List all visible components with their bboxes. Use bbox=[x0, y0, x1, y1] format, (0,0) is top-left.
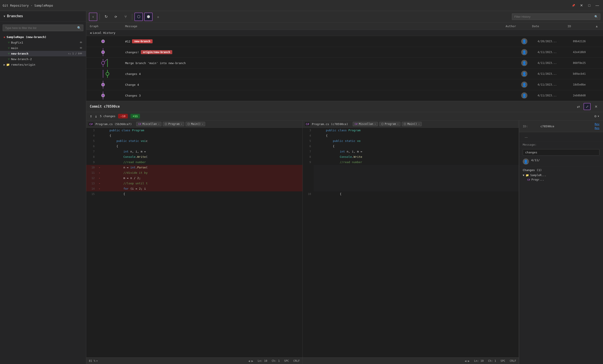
left-diff-header: C# Program.cs (5b368ca7) C# Miscellan ▾ … bbox=[86, 120, 302, 128]
date-cell: 4/11/2023... bbox=[538, 72, 573, 75]
pull-button[interactable]: ⑂ bbox=[121, 12, 130, 21]
right-method-breadcrumb[interactable]: ⬡ Main() ▾ bbox=[402, 122, 421, 126]
branch-new-branch[interactable]: ⑂ new-branch ↑↓ 1 / 0 👁 bbox=[0, 51, 86, 56]
history-row[interactable]: #12 new-branch 👤 4/20/2023... 09b42126 bbox=[86, 36, 603, 47]
breadcrumb-cs-icon-r: C# bbox=[355, 123, 358, 125]
filter-history-box[interactable]: 🔍 bbox=[512, 13, 600, 20]
remotes-origin[interactable]: ▶ 📁 remotes/origin bbox=[0, 62, 86, 68]
zoom-control[interactable]: 81 % ▾ bbox=[89, 359, 98, 363]
id-label: ID: bbox=[523, 125, 538, 128]
msg-cell: #12 new-branch bbox=[125, 39, 511, 43]
history-panel: Graph Message Author Date ID ▲ ◀ Local H… bbox=[86, 23, 603, 101]
ellipsis-icon: ... bbox=[525, 135, 528, 138]
close-button[interactable]: ✕ bbox=[578, 2, 584, 9]
scroll-right-btn[interactable]: ▶ bbox=[468, 359, 469, 363]
graph2-button[interactable]: ⬢ bbox=[144, 12, 152, 21]
commit-detail: Commit c78590ce ⇄ ⤢ ✕ ↑ ↓ 5 changes -10 … bbox=[86, 101, 603, 364]
filter-history-input[interactable] bbox=[514, 15, 594, 18]
changes-tree-label: Changes (1) bbox=[523, 168, 600, 172]
eol-value: CRLF bbox=[293, 359, 300, 363]
prev-change-button[interactable]: ↑ bbox=[90, 114, 92, 118]
branch-main[interactable]: ⑂ main 👁 bbox=[0, 45, 86, 51]
rev-links: Rev Res bbox=[595, 123, 600, 130]
csharp-icon-right: C# bbox=[305, 122, 310, 126]
code-line-dimmed bbox=[303, 165, 519, 170]
history-row[interactable]: Merge branch 'main' into new-branch 👤 4/… bbox=[86, 58, 603, 68]
scroll-horiz-left: ◀ ▶ bbox=[248, 359, 253, 363]
branch-new-branch-2[interactable]: ⑂ New-branch-2 bbox=[0, 56, 86, 62]
id-cell: 18d5e0be bbox=[573, 83, 600, 86]
eol-info: CRLF bbox=[293, 359, 300, 363]
toolbar-separator bbox=[100, 14, 100, 20]
history-row[interactable]: changes 4 👤 4/11/2023... b89acb41 bbox=[86, 68, 603, 79]
code-line: 8 Console.Write( bbox=[86, 154, 302, 159]
refresh-button[interactable]: ↻ bbox=[102, 12, 110, 21]
fetch-button[interactable]: ⟳ bbox=[112, 12, 120, 21]
class-breadcrumb[interactable]: ⬡ Program ▾ bbox=[163, 122, 184, 126]
revert-link[interactable]: Rev bbox=[595, 123, 600, 126]
local-history-chevron: ◀ bbox=[90, 31, 92, 34]
namespace-breadcrumb[interactable]: C# Miscellan ▾ bbox=[136, 122, 162, 126]
msg-cell: changes 4 bbox=[125, 72, 511, 76]
reset-link[interactable]: Res bbox=[595, 127, 600, 130]
code-line: 3 public class Program bbox=[86, 128, 302, 133]
ch-info-right: Ch: 1 bbox=[488, 359, 496, 363]
window-title: Git Repository - SampleRepo bbox=[3, 4, 53, 7]
maximize-button[interactable]: □ bbox=[586, 2, 592, 9]
right-namespace-breadcrumb[interactable]: C# Miscellan ▾ bbox=[353, 122, 378, 126]
folder-chevron: ▼ bbox=[523, 174, 524, 177]
minimize-button[interactable]: — bbox=[594, 2, 600, 9]
commit-message: #12 bbox=[125, 40, 130, 43]
scroll-left-btn[interactable]: ◀ bbox=[464, 359, 466, 363]
expand-button[interactable]: ⤢ bbox=[583, 103, 591, 110]
code-line-removed: 11 - //divide it by bbox=[86, 170, 302, 175]
branch-bugfix1[interactable]: ⑂ BugFix1 👁 bbox=[0, 40, 86, 45]
pin-button[interactable]: 📌 bbox=[570, 2, 577, 9]
branch-search-box[interactable]: 🔍 bbox=[3, 24, 83, 31]
branch-icon: ⑂ bbox=[8, 52, 10, 55]
right-diff-code[interactable]: 3 public class Program 4 { bbox=[303, 128, 519, 357]
right-file-name: Program.cs (c78590ce) bbox=[312, 123, 348, 126]
close-detail-button[interactable]: ✕ bbox=[592, 103, 600, 110]
branch-search-input[interactable] bbox=[5, 26, 77, 30]
col-date-header: Date bbox=[532, 24, 568, 28]
scroll-up-button[interactable]: ▲ bbox=[594, 24, 600, 28]
code-line: 8 Console.Write bbox=[303, 154, 519, 159]
scroll-right-button[interactable]: ▶ bbox=[251, 359, 253, 363]
graph1-button[interactable]: ⬡ bbox=[134, 12, 143, 21]
ch-right-value: Ch: 1 bbox=[488, 359, 496, 363]
repo-root-item[interactable]: ◆ SampleRepo (new-branch) bbox=[0, 34, 86, 40]
left-diff-panel: C# Program.cs (5b368ca7) C# Miscellan ▾ … bbox=[86, 120, 303, 364]
repo-icon: ◆ bbox=[3, 35, 5, 39]
branches-label: Branches bbox=[7, 14, 23, 18]
avatar: 👤 bbox=[521, 38, 527, 45]
enc-info-right: SPC bbox=[500, 359, 505, 363]
next-change-button[interactable]: ↓ bbox=[95, 114, 97, 118]
history-row[interactable]: Changes 3 👤 4/11/2023... 2eb8b8d8 bbox=[86, 90, 603, 101]
breadcrumb-chevron: ▾ bbox=[202, 123, 203, 125]
local-history-header[interactable]: ◀ Local History bbox=[86, 30, 603, 36]
breadcrumb-method-icon: ⬡ bbox=[187, 123, 190, 125]
branches-chevron: ▼ bbox=[3, 15, 5, 18]
more-options-button[interactable]: ... bbox=[523, 133, 530, 140]
back-button[interactable]: ‹ bbox=[89, 12, 97, 21]
breadcrumb-method-icon-r: ⬡ bbox=[404, 123, 406, 125]
inline-diff-button[interactable]: ⇄ bbox=[575, 103, 582, 110]
code-line-removed: 13 - //loop until t bbox=[86, 181, 302, 186]
right-class-breadcrumb[interactable]: ⬡ Program ▾ bbox=[379, 122, 401, 126]
zoom-chevron-icon: ▾ bbox=[96, 359, 98, 363]
message-label: Message: bbox=[523, 143, 538, 146]
tag-button[interactable]: ⬦ bbox=[154, 12, 162, 21]
settings-button[interactable]: ⚙ ▾ bbox=[594, 114, 600, 118]
method-breadcrumb[interactable]: ⬡ Main() ▾ bbox=[186, 122, 205, 126]
changes-file[interactable]: C# Progr... bbox=[523, 177, 600, 182]
branch-icon: ⑂ bbox=[8, 41, 10, 44]
left-diff-code[interactable]: 3 public class Program 4 { bbox=[86, 128, 302, 357]
commit-message: Change 4 bbox=[125, 83, 139, 86]
scroll-left-button[interactable]: ◀ bbox=[248, 359, 250, 363]
history-row[interactable]: Change 4 👤 4/11/2023... 18d5e0be bbox=[86, 79, 603, 90]
right-diff-header: C# Program.cs (c78590ce) C# Miscellan ▾ … bbox=[303, 120, 519, 128]
right-method-label: Main() bbox=[407, 123, 417, 125]
history-row[interactable]: changes! origin/new-branch 👤 4/11/2023..… bbox=[86, 47, 603, 58]
right-namespace-label: Miscellan bbox=[359, 123, 373, 125]
